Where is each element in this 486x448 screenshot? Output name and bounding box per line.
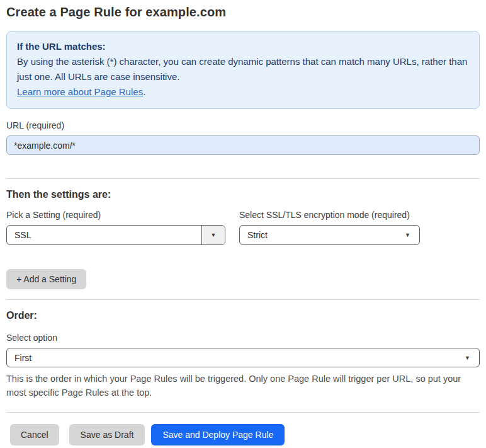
- ssl-mode-select[interactable]: Strict ▼: [239, 225, 420, 245]
- chevron-down-icon: ▼: [211, 233, 217, 238]
- cancel-button[interactable]: Cancel: [10, 424, 59, 445]
- setting-picker-arrow-segment[interactable]: ▼: [201, 226, 225, 244]
- url-input[interactable]: [6, 135, 480, 155]
- order-select[interactable]: First ▼: [6, 348, 480, 367]
- add-setting-button[interactable]: + Add a Setting: [6, 269, 86, 289]
- setting-picker-label: Pick a Setting (required): [6, 210, 225, 220]
- info-box-body: By using the asterisk (*) character, you…: [17, 54, 469, 84]
- url-match-info-box: If the URL matches: By using the asteris…: [6, 31, 480, 109]
- setting-picker-value: SSL: [7, 230, 201, 240]
- link-period: .: [143, 86, 145, 97]
- ssl-mode-column: Select SSL/TLS encryption mode (required…: [239, 200, 420, 245]
- create-page-rule-form: Create a Page Rule for example.com If th…: [0, 0, 486, 445]
- divider: [6, 412, 480, 413]
- ssl-mode-label: Select SSL/TLS encryption mode (required…: [239, 210, 420, 220]
- url-field-label: URL (required): [6, 120, 480, 130]
- info-box-link-line: Learn more about Page Rules.: [17, 84, 469, 100]
- divider: [6, 299, 480, 300]
- ssl-mode-value: Strict: [240, 230, 419, 240]
- chevron-down-icon: ▼: [465, 355, 470, 360]
- order-section-heading: Order:: [6, 310, 480, 321]
- setting-picker-column: Pick a Setting (required) SSL ▼: [6, 200, 225, 245]
- order-select-value: First: [7, 353, 479, 363]
- order-select-label: Select option: [6, 333, 480, 343]
- learn-more-link[interactable]: Learn more about Page Rules: [17, 86, 143, 97]
- divider: [6, 178, 480, 179]
- order-help-text: This is the order in which your Page Rul…: [6, 372, 475, 399]
- settings-row: Pick a Setting (required) SSL ▼ Select S…: [6, 200, 480, 245]
- setting-picker-select[interactable]: SSL ▼: [6, 225, 225, 245]
- info-box-heading: If the URL matches:: [17, 39, 469, 54]
- footer-actions: Cancel Save as Draft Save and Deploy Pag…: [6, 424, 480, 445]
- settings-section-heading: Then the settings are:: [6, 189, 480, 200]
- save-and-deploy-button[interactable]: Save and Deploy Page Rule: [151, 424, 285, 445]
- page-title: Create a Page Rule for example.com: [6, 5, 480, 20]
- save-as-draft-button[interactable]: Save as Draft: [69, 424, 145, 445]
- chevron-down-icon: ▼: [405, 233, 410, 238]
